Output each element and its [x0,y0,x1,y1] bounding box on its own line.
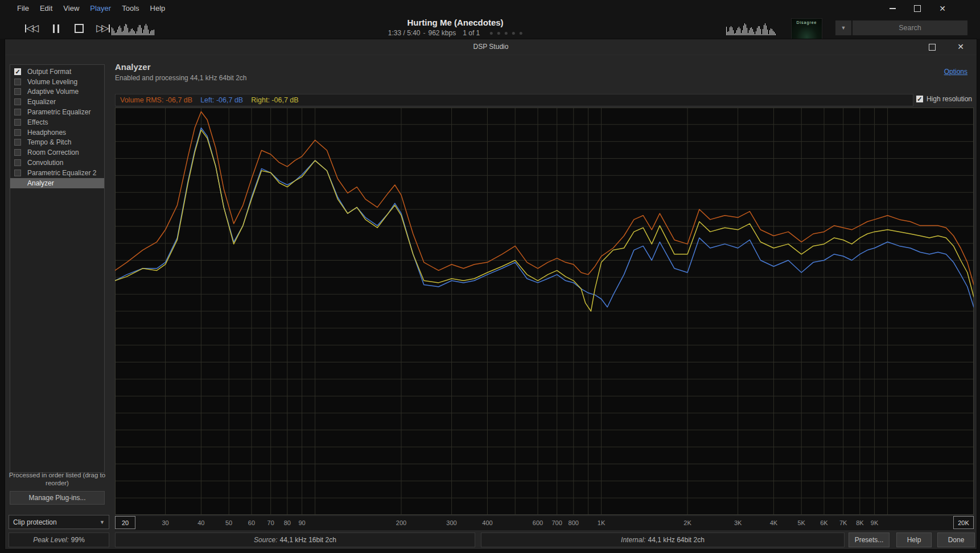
axis-tick-300: 300 [446,519,456,526]
checkbox-effects[interactable] [14,119,21,126]
sidebar-item-label: Output Format [27,68,71,76]
checkbox-adaptive-volume[interactable] [14,88,21,95]
menu-file[interactable]: File [16,3,30,14]
close-icon: ✕ [957,39,964,55]
axis-tick-3k: 3K [734,519,742,526]
sidebar-item-label: Parametric Equalizer [27,108,90,116]
minimize-button[interactable] [886,3,899,14]
internal-format-box: Internal: 44,1 kHz 64bit 2ch [481,533,845,547]
track-subinfo: 1:33 / 5:40-962 kbps1 of 1 [388,29,522,37]
sidebar-item-headphones[interactable]: Headphones [10,127,104,138]
sidebar-item-label: Adaptive Volume [27,88,79,96]
next-icon [109,24,110,32]
rms-bar: Volume RMS: -06,7 dBLeft: -06,7 dBRight:… [115,94,913,106]
spectrum-analyzer-chart [115,108,974,515]
axis-range-button-20[interactable]: 20 [115,516,135,529]
sidebar-item-equalizer[interactable]: Equalizer [10,97,104,107]
checkbox-room-correction[interactable] [14,149,21,156]
source-format-box: Source: 44,1 kHz 16bit 2ch [115,533,475,547]
pause-button[interactable] [50,23,62,34]
peak-level-label: Peak Level: [33,536,69,544]
checkbox-parametric-equalizer[interactable] [14,109,21,115]
previous-track-button[interactable]: ◁◁ [25,23,39,34]
done-button[interactable]: Done [937,533,975,547]
checkbox-parametric-equalizer-2[interactable] [14,170,21,176]
checkbox-output-format[interactable]: ✓ [14,68,21,75]
close-button[interactable]: ✕ [936,3,949,14]
sidebar-item-volume-leveling[interactable]: Volume Leveling [10,77,104,87]
search-input[interactable] [853,20,967,35]
sidebar-item-effects[interactable]: Effects [10,117,104,127]
axis-tick-7k: 7K [839,519,847,526]
sidebar-item-label: Convolution [27,159,63,167]
rating-dot[interactable] [490,32,493,35]
axis-tick-4k: 4K [770,519,777,526]
peak-level-box: Peak Level: 99% [9,533,109,547]
axis-tick-6k: 6K [820,519,827,526]
manage-plugins-button[interactable]: Manage Plug-ins... [10,491,105,505]
axis-tick-1k: 1K [598,519,605,526]
album-art-text: Disagree [792,20,822,24]
options-link[interactable]: Options [944,68,967,76]
checkbox-convolution[interactable] [14,159,21,166]
sidebar-item-analyzer[interactable]: Analyzer [10,178,104,188]
axis-tick-8k: 8K [856,519,863,526]
mini-spectrum-right [726,23,776,35]
menu-help[interactable]: Help [149,3,167,14]
high-resolution-checkbox[interactable]: ✓ [916,96,923,102]
sidebar-item-label: Parametric Equalizer 2 [27,169,96,177]
dialog-titlebar[interactable]: DSP Studio ✕ [5,39,977,55]
sidebar-item-adaptive-volume[interactable]: Adaptive Volume [10,87,104,97]
sidebar-item-label: Equalizer [27,98,56,106]
axis-tick-40: 40 [197,519,204,526]
sidebar-item-room-correction[interactable]: Room Correction [10,147,104,158]
presets-button[interactable]: Presets... [849,533,890,547]
stop-button[interactable] [73,23,85,34]
menu-edit[interactable]: Edit [39,3,53,14]
chevron-down-icon: ▼ [841,25,846,31]
checkbox-headphones[interactable] [14,129,21,136]
sidebar-item-output-format[interactable]: ✓Output Format [10,67,104,77]
chevron-down-icon: ▼ [100,519,105,525]
menu-tools[interactable]: Tools [121,3,140,14]
search-dropdown-button[interactable]: ▼ [835,20,851,35]
page-title: Analyzer [115,62,151,72]
menu-player[interactable]: Player [89,3,112,14]
rating-dots [485,29,522,37]
checkbox-tempo-pitch[interactable] [14,139,21,146]
rating-dot[interactable] [520,32,522,35]
menu-view[interactable]: View [62,3,80,14]
sidebar-item-convolution[interactable]: Convolution [10,158,104,168]
rms-segment-0: Volume RMS: -06,7 dB [120,96,192,104]
next-track-button[interactable]: ▷▷ [96,23,110,34]
axis-tick-200: 200 [396,519,406,526]
sidebar-item-label: Volume Leveling [27,78,77,86]
rating-dot[interactable] [512,32,515,35]
dialog-close-button[interactable]: ✕ [954,42,967,53]
sidebar-item-tempo-pitch[interactable]: Tempo & Pitch [10,138,104,148]
maximize-button[interactable] [911,3,924,14]
stop-icon [75,24,84,33]
dsp-studio-dialog: DSP Studio ✕ ✓Output FormatVolume Leveli… [5,39,977,550]
sidebar-item-label: Effects [27,118,48,126]
dsp-list: ✓Output FormatVolume LevelingAdaptive Vo… [10,64,105,473]
checkbox-volume-leveling[interactable] [14,79,21,85]
sidebar-item-label: Analyzer [27,179,54,187]
track-title: Hurting Me (Anecdotes) [388,18,522,27]
checkbox-spacer [14,180,21,187]
axis-tick-5k: 5K [797,519,805,526]
maximize-icon [929,44,936,51]
sidebar-item-label: Tempo & Pitch [27,138,71,146]
help-button[interactable]: Help [896,533,932,547]
frequency-axis: 20304050607080902003004006007008001K2K3K… [115,516,974,530]
sidebar-item-parametric-equalizer[interactable]: Parametric Equalizer [10,107,104,117]
high-resolution-toggle[interactable]: ✓ High resolution [916,95,972,103]
rating-dot[interactable] [497,32,500,35]
rating-dot[interactable] [505,32,508,35]
checkbox-equalizer[interactable] [14,98,21,105]
clip-protection-dropdown[interactable]: Clip protection ▼ [9,515,109,529]
sidebar-item-parametric-equalizer-2[interactable]: Parametric Equalizer 2 [10,168,104,178]
dialog-maximize-button[interactable] [925,42,939,53]
transport-controls: ◁◁ ▷▷ [25,23,110,34]
axis-range-button-20k[interactable]: 20K [953,516,974,529]
